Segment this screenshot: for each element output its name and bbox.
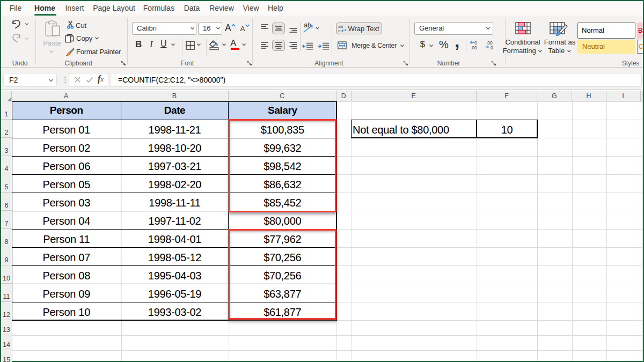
svg-text:.0: .0 [489,45,493,50]
svg-text:.00: .00 [471,45,477,50]
svg-text:c: c [338,28,340,33]
